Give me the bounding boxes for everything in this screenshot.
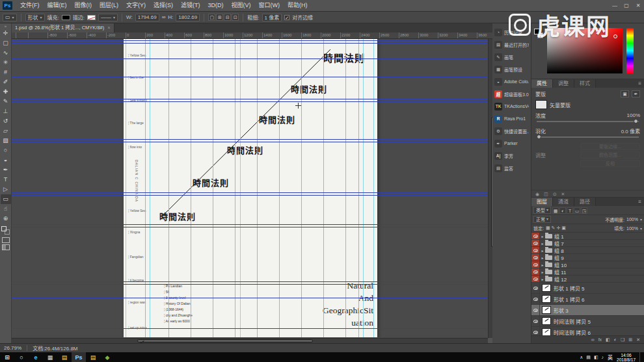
hand-tool[interactable]: ☝	[1, 204, 11, 214]
brush-tool[interactable]: ✎	[1, 97, 11, 107]
tool-mode-select[interactable]: 形状 ▾	[25, 14, 45, 21]
layers-footer-icon[interactable]: ❏	[621, 337, 624, 343]
cortana-button[interactable]: ○	[14, 352, 29, 362]
panel-button[interactable]: ▦ 画笔预设	[492, 63, 531, 75]
layers-footer-icon[interactable]: ◧	[606, 337, 610, 343]
panel-tab[interactable]: 路径	[574, 198, 596, 206]
fill-swatch[interactable]	[62, 15, 70, 20]
tray-icon[interactable]: ▤	[586, 355, 591, 360]
visibility-toggle[interactable]	[531, 294, 540, 304]
gradient-tool[interactable]: ▧	[1, 136, 11, 146]
eyedropper-tool[interactable]: ✐	[1, 77, 11, 87]
panel-tab[interactable]: 属性	[531, 79, 553, 88]
move-tool[interactable]: ✛	[1, 29, 11, 38]
layer-row[interactable]: 时间法则 拷贝 6	[531, 327, 644, 335]
panel-tab[interactable]: 样式	[574, 79, 596, 88]
expand-chevron-icon[interactable]	[540, 241, 545, 246]
tray-icon[interactable]: ∧	[580, 355, 583, 360]
quick-selection-tool[interactable]: ✳	[1, 58, 11, 68]
collapse-toolbar-icon[interactable]: »	[5, 24, 7, 29]
panel-menu-icon[interactable]: ≡	[638, 79, 644, 88]
start-button[interactable]: ⊞	[0, 352, 14, 362]
density-slider[interactable]	[537, 121, 639, 122]
visibility-toggle[interactable]	[531, 240, 540, 246]
panel-tab[interactable]: 通道	[553, 198, 574, 206]
filter-type-select[interactable]: 类型 ▾	[533, 207, 551, 214]
filter-kind-icon[interactable]: ▦	[552, 207, 559, 214]
healing-brush-tool[interactable]: ✚	[1, 87, 11, 97]
width-input[interactable]: 1794.69	[135, 14, 159, 21]
foreground-color-swatch[interactable]	[1, 226, 7, 231]
vector-mask-icon[interactable]: ✒	[632, 90, 640, 97]
properties-footer-icon[interactable]: ◉	[535, 192, 539, 197]
subtract-shape-icon[interactable]: ⊟	[224, 14, 231, 21]
layers-footer-icon[interactable]: ∞	[591, 337, 595, 342]
panel-tab[interactable]: 调整	[553, 79, 574, 88]
density-value[interactable]: 100%	[627, 112, 640, 118]
slider-knob[interactable]	[634, 119, 638, 123]
lock-icon[interactable]: ✎	[552, 226, 556, 231]
zoom-level[interactable]: 26.79%	[4, 345, 21, 351]
panel-button[interactable]: ✎ 画笔	[492, 51, 531, 63]
menu-item[interactable]: 文字(Y)	[122, 0, 150, 11]
edge-icon[interactable]: e	[29, 352, 43, 362]
panel-button[interactable]: R Raya Pro1	[492, 112, 531, 125]
color-marker[interactable]	[613, 34, 617, 38]
tray-icon[interactable]: ◧	[594, 355, 598, 360]
saturation-field[interactable]	[547, 28, 623, 73]
app-icon[interactable]: ◆	[100, 352, 114, 362]
foreground-color-swatch[interactable]	[534, 29, 540, 34]
panel-button[interactable]: ▤ 监答	[492, 162, 531, 174]
minimize-button[interactable]: —	[609, 0, 621, 11]
visibility-toggle[interactable]	[531, 268, 540, 275]
pixel-mask-icon[interactable]: ▣	[621, 90, 629, 97]
mask-thumbnail[interactable]	[535, 100, 547, 109]
panel-menu-icon[interactable]: ≡	[638, 198, 644, 206]
color-swatch-pair[interactable]	[534, 29, 544, 74]
blend-mode-select[interactable]: 正常 ▾	[533, 216, 551, 223]
vertical-scrollbar[interactable]	[488, 39, 492, 338]
history-brush-tool[interactable]: ↺	[1, 116, 11, 126]
layer-group-row[interactable]: 组 8	[531, 247, 644, 254]
fill-value[interactable]: 100%	[626, 226, 638, 231]
visibility-toggle[interactable]	[531, 261, 540, 268]
dodge-tool[interactable]: ◒	[1, 155, 11, 165]
shape-tool[interactable]: ▭	[1, 194, 11, 204]
properties-footer-icon[interactable]: ◫	[544, 192, 548, 197]
menu-item[interactable]: 图层(L)	[96, 0, 122, 11]
visibility-toggle[interactable]	[531, 305, 540, 315]
expand-chevron-icon[interactable]	[540, 255, 545, 260]
panel-button[interactable]: ◔ 历史记录	[492, 26, 531, 38]
panel-button[interactable]: A| 李芳	[492, 149, 531, 162]
maximize-button[interactable]: ▢	[621, 0, 632, 11]
panel-button[interactable]: ▤ 最近打开的7D	[492, 38, 531, 51]
stroke-style-select[interactable]: —— ▾	[98, 14, 118, 21]
layers-footer-icon[interactable]: ⊞	[628, 337, 632, 343]
color-swatches[interactable]	[1, 226, 10, 235]
menu-item[interactable]: 编辑(E)	[44, 0, 71, 11]
layers-footer-icon[interactable]: ◐	[614, 337, 617, 342]
close-tab-icon[interactable]: ×	[107, 23, 110, 32]
menu-item[interactable]: 窗口(W)	[255, 0, 284, 11]
visibility-toggle[interactable]	[531, 327, 540, 335]
menu-item[interactable]: 滤镜(T)	[177, 0, 204, 11]
layer-group-row[interactable]: 组 11	[531, 268, 644, 276]
visibility-toggle[interactable]	[531, 283, 540, 293]
layer-group-row[interactable]: 组 10	[531, 261, 644, 268]
lock-icon[interactable]: ✛	[556, 226, 560, 231]
task-view-icon[interactable]: ▦	[43, 352, 57, 362]
lock-icon[interactable]: ▣	[561, 226, 566, 231]
pen-tool[interactable]: ✒	[1, 165, 11, 175]
stroke-swatch[interactable]	[87, 15, 96, 20]
clock[interactable]: 14:06 2018/8/17	[617, 353, 636, 362]
tool-preset-picker[interactable]: ▭ ▾	[3, 14, 17, 21]
quick-mask-icon[interactable]	[2, 237, 10, 243]
panel-button[interactable]: 超 超级面板3.0	[492, 88, 531, 100]
visibility-toggle[interactable]	[531, 276, 540, 282]
panel-tab[interactable]: 图层	[531, 198, 553, 206]
eraser-tool[interactable]: ▱	[1, 126, 11, 136]
zoom-tool[interactable]: ⊕	[1, 214, 11, 224]
layer-row[interactable]: 形状 1 拷贝 5	[531, 283, 644, 294]
properties-footer-icon[interactable]: ⊙	[553, 192, 557, 197]
path-selection-tool[interactable]: ▷	[1, 185, 11, 194]
